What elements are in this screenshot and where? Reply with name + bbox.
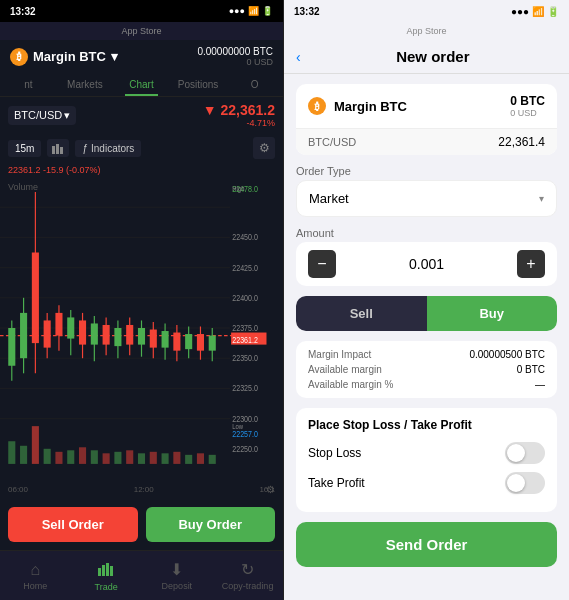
coin-name: Margin BTC xyxy=(334,99,502,114)
stop-loss-toggle[interactable] xyxy=(505,442,545,464)
nav-deposit[interactable]: ⬇ Deposit xyxy=(142,560,213,591)
take-profit-toggle[interactable] xyxy=(505,472,545,494)
header-balance: 0.00000000 BTC 0 USD xyxy=(197,46,273,67)
indicators-icon: ƒ xyxy=(82,143,88,154)
svg-text:22375.0: 22375.0 xyxy=(232,323,258,333)
header-coin-name: Margin BTC xyxy=(33,49,106,64)
left-bottom-nav: ⌂ Home Trade ⬇ Deposit ↻ Copy-trading xyxy=(0,550,283,600)
svg-text:22361.2: 22361.2 xyxy=(232,335,258,345)
back-button[interactable]: ‹ xyxy=(296,49,301,65)
order-type-select[interactable]: Market ▾ xyxy=(296,180,557,217)
chart-controls: BTC/USD ▾ ▼ 22,361.2 -4.71% xyxy=(0,97,283,133)
right-status-bar: 13:32 ●●● 📶 🔋 xyxy=(284,0,569,22)
coin-btc-balance: 0 BTC xyxy=(510,94,545,108)
svg-rect-53 xyxy=(67,450,74,464)
svg-rect-49 xyxy=(20,446,27,464)
take-profit-row: Take Profit xyxy=(308,472,545,494)
left-app-store-label: App Store xyxy=(121,26,161,36)
available-margin-row: Available margin 0 BTC xyxy=(308,364,545,375)
tab-nt[interactable]: nt xyxy=(0,73,57,96)
pair-selector[interactable]: BTC/USD ▾ xyxy=(8,106,76,125)
chart-area[interactable]: Volume xyxy=(0,177,283,479)
amount-section: Amount − 0.001 + xyxy=(296,227,557,286)
svg-rect-50 xyxy=(32,426,39,464)
pair-current-price: 22,361.4 xyxy=(498,135,545,149)
wifi-icon: 📶 xyxy=(248,6,259,16)
header-btc-balance: 0.00000000 BTC xyxy=(197,46,273,57)
svg-rect-48 xyxy=(8,441,15,464)
take-profit-label: Take Profit xyxy=(308,476,365,490)
order-type-dropdown-arrow: ▾ xyxy=(539,193,544,204)
buy-button[interactable]: Buy xyxy=(427,296,558,331)
svg-rect-33 xyxy=(126,325,133,345)
nav-trade[interactable]: Trade xyxy=(71,560,142,592)
svg-rect-51 xyxy=(44,449,51,464)
trade-icon xyxy=(97,560,115,580)
svg-rect-83 xyxy=(110,566,113,576)
svg-rect-31 xyxy=(114,328,121,346)
sell-button[interactable]: Sell xyxy=(296,296,427,331)
available-margin-pct-row: Available margin % — xyxy=(308,379,545,390)
pair-label: BTC/USD xyxy=(14,109,62,121)
amount-plus-button[interactable]: + xyxy=(517,250,545,278)
svg-text:22257.0: 22257.0 xyxy=(232,429,258,439)
svg-rect-37 xyxy=(150,330,157,348)
copy-trading-icon: ↻ xyxy=(241,560,254,579)
svg-rect-2 xyxy=(60,147,63,154)
amount-minus-button[interactable]: − xyxy=(308,250,336,278)
chart-settings-button[interactable]: ⚙ xyxy=(253,137,275,159)
nav-home-label: Home xyxy=(23,581,47,591)
tab-markets[interactable]: Markets xyxy=(57,73,114,96)
pair-price-row: BTC/USD 22,361.4 xyxy=(296,128,557,155)
header-dropdown-arrow[interactable]: ▾ xyxy=(111,49,118,64)
svg-rect-35 xyxy=(138,328,145,345)
svg-text:22450.0: 22450.0 xyxy=(232,233,258,243)
svg-rect-60 xyxy=(150,452,157,464)
action-buttons: Sell Order Buy Order xyxy=(0,499,283,550)
right-page-title: New order xyxy=(309,48,557,65)
tab-other[interactable]: O xyxy=(226,73,283,96)
left-header: ₿ Margin BTC ▾ 0.00000000 BTC 0 USD xyxy=(0,40,283,73)
svg-rect-17 xyxy=(8,328,15,366)
svg-text:22325.0: 22325.0 xyxy=(232,384,258,394)
indicators-button[interactable]: ƒ Indicators xyxy=(75,140,141,157)
nav-deposit-label: Deposit xyxy=(162,581,193,591)
right-btc-icon: ₿ xyxy=(308,97,326,115)
svg-rect-45 xyxy=(197,334,204,351)
pair-text: BTC/USD xyxy=(308,136,356,148)
nav-copy-trading[interactable]: ↻ Copy-trading xyxy=(212,560,283,591)
deposit-icon: ⬇ xyxy=(170,560,183,579)
order-type-label: Order Type xyxy=(296,165,557,180)
time-label-0: 06:00 xyxy=(8,485,28,494)
left-panel: 13:32 ●●● 📶 🔋 App Store ₿ Margin BTC ▾ 0… xyxy=(0,0,284,600)
svg-text:Low: Low xyxy=(232,422,243,430)
tab-positions[interactable]: Positions xyxy=(170,73,227,96)
timeframe-15m-button[interactable]: 15m xyxy=(8,140,41,157)
svg-rect-29 xyxy=(103,325,110,345)
header-coin-info[interactable]: ₿ Margin BTC ▾ xyxy=(10,48,118,66)
sell-order-button[interactable]: Sell Order xyxy=(8,507,138,542)
svg-rect-25 xyxy=(79,320,86,344)
amount-control: − 0.001 + xyxy=(296,242,557,286)
svg-rect-0 xyxy=(52,146,55,154)
send-order-button[interactable]: Send Order xyxy=(296,522,557,567)
available-margin-pct-label: Available margin % xyxy=(308,379,393,390)
buy-order-button[interactable]: Buy Order xyxy=(146,507,276,542)
chart-type-icon[interactable] xyxy=(47,139,69,157)
svg-rect-58 xyxy=(126,450,133,464)
svg-rect-63 xyxy=(185,455,192,464)
svg-rect-19 xyxy=(44,320,51,347)
chart-ohlc-info: 22361.2 -15.9 (-0.07%) xyxy=(8,165,101,175)
amount-value: 0.001 xyxy=(336,256,517,272)
margin-info-card: Margin Impact 0.00000500 BTC Available m… xyxy=(296,341,557,398)
margin-impact-value: 0.00000500 BTC xyxy=(469,349,545,360)
tab-chart[interactable]: Chart xyxy=(113,73,170,96)
volume-label: Volume xyxy=(8,182,38,192)
trade-buttons: Sell Buy xyxy=(296,296,557,331)
svg-rect-57 xyxy=(114,452,121,464)
nav-home[interactable]: ⌂ Home xyxy=(0,561,71,591)
chart-info-bar: 22361.2 -15.9 (-0.07%) xyxy=(0,163,283,177)
time-axis-settings[interactable]: ⚙ xyxy=(266,484,275,495)
left-app-store-bar: App Store xyxy=(0,22,283,40)
svg-text:High: High xyxy=(232,184,244,193)
